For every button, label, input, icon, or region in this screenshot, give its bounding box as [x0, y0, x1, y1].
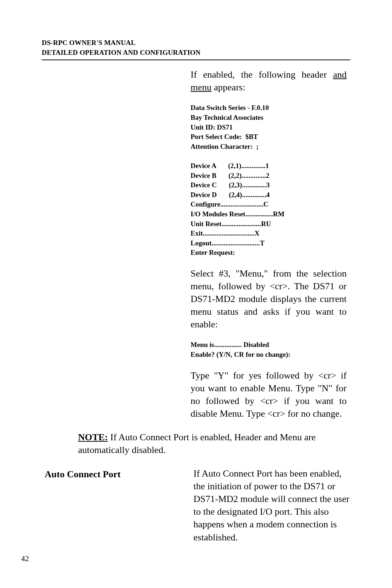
section-body: If Auto Connect Port has been enabled, t…	[193, 467, 350, 544]
paragraph-select-menu: Select #3, "Menu," from the selection me…	[191, 267, 347, 331]
intro-text-1: If enabled, the following header	[191, 69, 333, 80]
note-text: If Auto Connect Port is enabled, Header …	[78, 432, 316, 455]
intro-paragraph: If enabled, the following header and men…	[191, 68, 347, 94]
header-rule	[42, 60, 350, 60]
note-label: NOTE:	[78, 432, 108, 442]
paragraph-enable-instructions: Type "Y" for yes followed by <cr> if you…	[191, 369, 347, 420]
page-header: DS-RPC OWNER'S MANUAL DETAILED OPERATION…	[42, 38, 350, 57]
terminal-screen-2: Menu is................ DisabledEnable? …	[191, 340, 347, 359]
auto-connect-port-section: Auto Connect Port If Auto Connect Port h…	[42, 467, 350, 544]
intro-text-2: appears:	[212, 82, 245, 93]
header-line-2: DETAILED OPERATION AND CONFIGURATION	[42, 48, 350, 58]
header-line-1: DS-RPC OWNER'S MANUAL	[42, 38, 350, 48]
terminal-screen-1: Data Switch Series - F.0.10 Bay Technica…	[191, 103, 347, 258]
page-number: 42	[21, 553, 29, 564]
note-block: NOTE: If Auto Connect Port is enabled, H…	[78, 431, 350, 456]
section-heading: Auto Connect Port	[42, 467, 193, 544]
